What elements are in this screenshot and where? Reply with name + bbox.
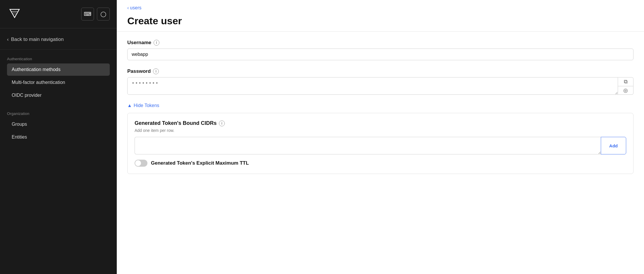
eye-off-icon: ◎ — [623, 87, 628, 94]
password-actions: ⧉ ◎ — [618, 77, 633, 95]
page-header: Create user — [117, 11, 644, 32]
ttl-toggle[interactable] — [135, 160, 147, 167]
back-chevron-icon: ‹ — [7, 37, 9, 42]
breadcrumb-chevron-icon: ‹ — [127, 5, 129, 11]
sidebar-item-mfa[interactable]: Multi-factor authentication — [7, 76, 110, 89]
username-input[interactable] — [127, 49, 633, 60]
svg-rect-2 — [12, 11, 18, 12]
password-info-icon[interactable]: i — [153, 68, 159, 74]
username-info-icon[interactable]: i — [154, 40, 159, 46]
cidr-row: Add — [135, 137, 626, 154]
ttl-label: Generated Token's Explicit Maximum TTL — [151, 160, 249, 166]
authentication-section: Authentication Authentication methods Mu… — [0, 50, 117, 104]
back-to-main-nav[interactable]: ‹ Back to main navigation — [0, 28, 117, 50]
breadcrumb: ‹ users — [117, 0, 644, 11]
terminal-icon: ⌨ — [84, 11, 91, 17]
chevron-up-icon: ▲ — [127, 103, 132, 108]
breadcrumb-users-link[interactable]: ‹ users — [127, 5, 141, 11]
sidebar-item-auth-methods[interactable]: Authentication methods — [7, 63, 110, 76]
sidebar-item-oidc[interactable]: OIDC provider — [7, 89, 110, 101]
copy-password-button[interactable]: ⧉ — [618, 77, 633, 86]
cidr-add-button[interactable]: Add — [601, 137, 626, 154]
cidr-title: Generated Token's Bound CIDRs i — [135, 120, 626, 126]
username-group: Username i — [127, 40, 633, 60]
sidebar-header: ⌨ ◯ — [0, 0, 117, 28]
ttl-row: Generated Token's Explicit Maximum TTL — [135, 160, 626, 167]
sidebar-item-entities[interactable]: Entities — [7, 131, 110, 143]
password-label: Password i — [127, 68, 633, 74]
terminal-button[interactable]: ⌨ — [81, 8, 94, 20]
cidr-info-icon[interactable]: i — [219, 120, 225, 126]
svg-rect-3 — [13, 13, 17, 13]
username-label: Username i — [127, 40, 633, 46]
cidr-input[interactable] — [135, 137, 601, 154]
form-area: Username i Password i ⧉ ◎ — [117, 32, 644, 182]
logo — [7, 6, 22, 22]
sidebar: ⌨ ◯ ‹ Back to main navigation Authentica… — [0, 0, 117, 274]
tokens-section: Generated Token's Bound CIDRs i Add one … — [127, 113, 633, 174]
user-button[interactable]: ◯ — [97, 8, 110, 20]
user-icon: ◯ — [100, 11, 106, 17]
cidr-description: Add one item per row. — [135, 128, 626, 133]
password-group: Password i ⧉ ◎ — [127, 68, 633, 95]
toggle-password-visibility-button[interactable]: ◎ — [618, 86, 633, 95]
main-content: ‹ users Create user Username i Password … — [117, 0, 644, 274]
authentication-section-label: Authentication — [7, 57, 110, 61]
hide-tokens-button[interactable]: ▲ Hide Tokens — [127, 103, 159, 108]
password-input[interactable] — [127, 77, 618, 95]
organization-section: Organization Groups Entities — [0, 104, 117, 146]
header-icons: ⌨ ◯ — [81, 8, 110, 20]
sidebar-item-groups[interactable]: Groups — [7, 118, 110, 130]
svg-rect-0 — [7, 6, 22, 21]
copy-icon: ⧉ — [624, 79, 628, 85]
password-wrapper: ⧉ ◎ — [127, 77, 633, 95]
svg-rect-4 — [13, 14, 16, 15]
organization-section-label: Organization — [7, 111, 110, 116]
page-title: Create user — [127, 15, 633, 27]
